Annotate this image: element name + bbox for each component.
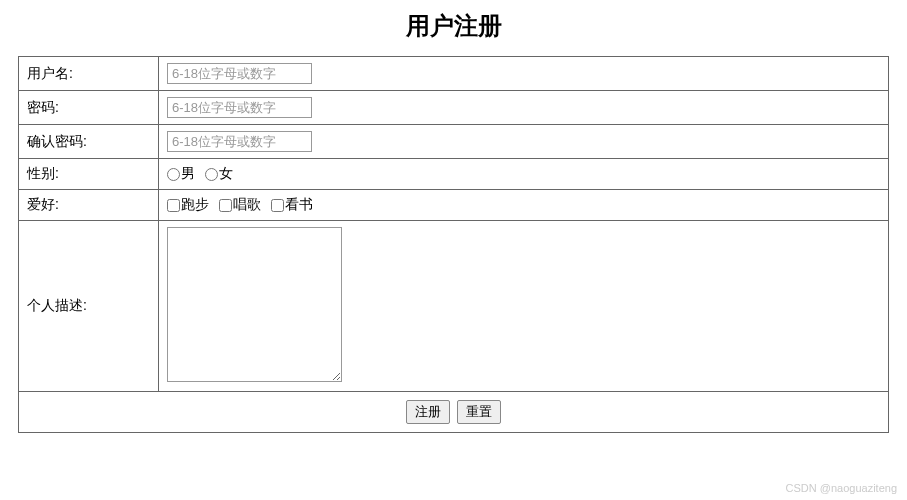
description-label: 个人描述: xyxy=(19,221,159,392)
gender-radio-female[interactable] xyxy=(205,168,218,181)
confirm-input[interactable] xyxy=(167,131,312,152)
hobby-singing-text: 唱歌 xyxy=(233,196,261,212)
gender-radio-male[interactable] xyxy=(167,168,180,181)
username-input[interactable] xyxy=(167,63,312,84)
gender-option-female[interactable]: 女 xyxy=(205,165,233,181)
submit-button[interactable]: 注册 xyxy=(406,400,450,424)
row-hobby: 爱好: 跑步 唱歌 看书 xyxy=(19,190,889,221)
page-title: 用户注册 xyxy=(18,10,889,42)
password-label: 密码: xyxy=(19,91,159,125)
hobby-checkbox-reading[interactable] xyxy=(271,199,284,212)
gender-option-male[interactable]: 男 xyxy=(167,165,195,181)
description-textarea[interactable] xyxy=(167,227,342,382)
hobby-option-running[interactable]: 跑步 xyxy=(167,196,209,212)
gender-male-text: 男 xyxy=(181,165,195,181)
row-password: 密码: xyxy=(19,91,889,125)
hobby-option-singing[interactable]: 唱歌 xyxy=(219,196,261,212)
hobby-option-reading[interactable]: 看书 xyxy=(271,196,313,212)
row-gender: 性别: 男 女 xyxy=(19,159,889,190)
confirm-label: 确认密码: xyxy=(19,125,159,159)
row-confirm: 确认密码: xyxy=(19,125,889,159)
hobby-checkbox-running[interactable] xyxy=(167,199,180,212)
hobby-running-text: 跑步 xyxy=(181,196,209,212)
gender-label: 性别: xyxy=(19,159,159,190)
hobby-reading-text: 看书 xyxy=(285,196,313,212)
hobby-label: 爱好: xyxy=(19,190,159,221)
gender-female-text: 女 xyxy=(219,165,233,181)
row-buttons: 注册 重置 xyxy=(19,392,889,433)
registration-form: 用户名: 密码: 确认密码: 性别: 男 女 爱好: 跑步 唱歌 看书 个人描述… xyxy=(18,56,889,433)
hobby-checkbox-singing[interactable] xyxy=(219,199,232,212)
password-input[interactable] xyxy=(167,97,312,118)
username-label: 用户名: xyxy=(19,57,159,91)
row-description: 个人描述: xyxy=(19,221,889,392)
row-username: 用户名: xyxy=(19,57,889,91)
reset-button[interactable]: 重置 xyxy=(457,400,501,424)
